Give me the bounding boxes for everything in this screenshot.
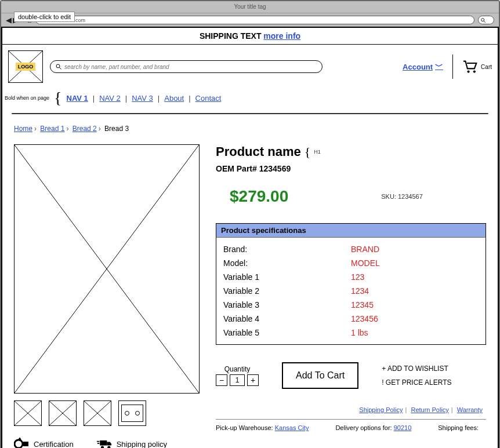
svg-point-0 <box>481 18 484 21</box>
crumb-3: Bread 3 <box>104 125 129 133</box>
svg-point-7 <box>473 70 476 72</box>
nav-item-2[interactable]: NAV 3 <box>132 94 153 103</box>
svg-point-6 <box>468 70 470 72</box>
product-image[interactable] <box>14 144 200 394</box>
h1-note: H1 <box>314 149 321 155</box>
spec-table: Product specificationas Brand:BRAND Mode… <box>216 223 486 345</box>
cart-icon <box>462 60 479 74</box>
cart-button[interactable]: Cart <box>462 60 492 74</box>
spec-row: Variable 312345 <box>223 298 479 312</box>
site-search[interactable] <box>50 60 323 73</box>
crumb-2[interactable]: Bread 2 <box>73 125 97 133</box>
quantity-label: Quantity <box>216 365 259 373</box>
brace-icon: { <box>305 144 311 159</box>
brace-icon: { <box>54 89 61 107</box>
nav-item-4[interactable]: Contact <box>195 94 222 103</box>
price-alerts-link[interactable]: ! GET PRICE ALERTS <box>382 378 451 387</box>
placeholder-x-icon <box>15 145 199 393</box>
spec-row: Variable 51 lbs <box>223 326 479 340</box>
browser-search[interactable] <box>478 16 494 24</box>
search-icon <box>480 17 486 23</box>
cart-label: Cart <box>481 64 492 70</box>
thumbnail-2[interactable] <box>49 400 77 426</box>
svg-point-4 <box>56 64 60 68</box>
oem-part: OEM Part# 1234569 <box>216 164 486 173</box>
shipping-badge: Shipping policy <box>97 438 167 448</box>
quantity-input[interactable] <box>230 374 245 386</box>
banner-more-link[interactable]: more info <box>263 31 300 41</box>
svg-rect-18 <box>100 440 107 446</box>
crumb-0[interactable]: Home <box>14 125 32 133</box>
spec-row: Model:MODEL <box>223 256 479 270</box>
sku: SKU: 1234567 <box>381 193 423 200</box>
thumbnail-1[interactable] <box>14 400 42 426</box>
product-name: Product name <box>216 144 301 159</box>
price: $279.00 <box>216 187 288 206</box>
add-to-cart-button[interactable]: Add To Cart <box>282 362 358 389</box>
warranty-link[interactable]: Warranty <box>457 406 483 413</box>
add-wishlist-link[interactable]: + ADD TO WISHLIST <box>382 365 451 373</box>
logo-label: LOGO <box>16 63 36 71</box>
svg-point-16 <box>15 440 23 448</box>
crumb-1[interactable]: Bread 1 <box>40 125 64 133</box>
thumbnail-3[interactable] <box>84 400 111 426</box>
edit-tooltip: double-click to edit <box>14 12 75 22</box>
spec-header: Product specificationas <box>216 224 485 238</box>
separator <box>452 54 453 79</box>
svg-line-5 <box>60 68 61 70</box>
url-bar[interactable]: ://www.website.com <box>35 16 474 24</box>
delivery-options: Delivery options for: 90210 <box>335 424 411 431</box>
policy-links: Shipping Policy| Return Policy| Warranty <box>216 406 486 413</box>
svg-point-20 <box>107 446 110 448</box>
divider <box>216 419 486 420</box>
spec-row: Variable 1123 <box>223 270 479 284</box>
spec-row: Variable 21234 <box>223 284 479 298</box>
divider <box>12 113 488 114</box>
svg-line-1 <box>484 21 485 23</box>
search-icon <box>55 63 62 70</box>
shipping-fees: Shipping fees: <box>438 424 479 431</box>
account-link[interactable]: Account ﹀ <box>403 61 443 72</box>
delivery-zip-link[interactable]: 90210 <box>394 424 412 431</box>
nav-item-0[interactable]: NAV 1 <box>67 94 88 103</box>
pickup-value-link[interactable]: Kansas City <box>275 424 309 431</box>
svg-point-19 <box>101 446 104 448</box>
return-policy-link[interactable]: Return Policy <box>411 406 448 413</box>
shipping-policy-link[interactable]: Shipping Policy <box>359 406 403 413</box>
truck-icon <box>97 438 112 448</box>
certification-badge: Certification <box>14 438 74 448</box>
nav-note: Bold when on page <box>5 95 49 101</box>
shipping-banner: SHIPPING TEXT more info <box>2 28 498 45</box>
video-icon <box>121 405 143 422</box>
browser-title: Your title tag <box>1 1 499 13</box>
breadcrumb: Home› Bread 1› Bread 2› Bread 3 <box>2 120 498 137</box>
qty-increment[interactable]: + <box>247 374 259 386</box>
pickup-warehouse: Pick-up Warehouse: Kansas City <box>216 424 309 431</box>
svg-rect-17 <box>23 442 28 446</box>
qty-decrement[interactable]: − <box>216 374 227 386</box>
search-input[interactable] <box>64 64 317 70</box>
thumbnail-video[interactable] <box>118 400 146 426</box>
banner-text: SHIPPING TEXT <box>200 31 262 41</box>
gear-icon <box>14 438 29 448</box>
spec-row: Brand:BRAND <box>223 242 479 256</box>
chevron-down-icon: ﹀ <box>435 61 443 72</box>
nav-item-1[interactable]: NAV 2 <box>99 94 121 103</box>
back-icon[interactable]: ◀ <box>6 16 12 24</box>
logo[interactable]: LOGO <box>8 50 43 83</box>
nav-item-3[interactable]: About <box>164 94 184 103</box>
spec-row: Variable 4123456 <box>223 312 479 326</box>
